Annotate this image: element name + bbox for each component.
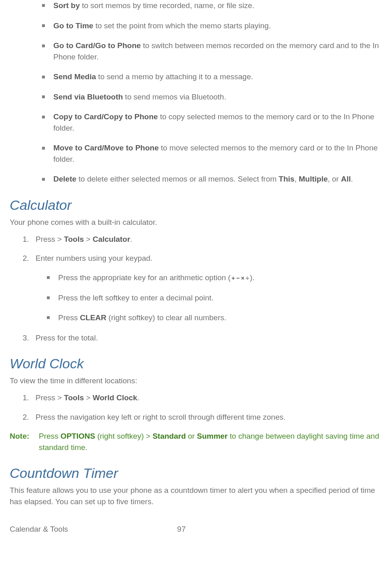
option-name: Sort by	[53, 1, 80, 10]
footer-section-title: Calendar & Tools	[10, 524, 68, 535]
list-item: Go to Time to set the point from which t…	[42, 20, 382, 32]
text: Press	[39, 432, 61, 440]
option-name: Move to Card/Move to Phone	[53, 144, 159, 152]
text: .	[130, 235, 132, 243]
option-desc: to send memos via Bluetooth.	[123, 93, 226, 101]
heading-countdown-timer: Countdown Timer	[10, 463, 382, 483]
note-block: Note: Press OPTIONS (right softkey) > St…	[10, 431, 382, 453]
text: (right softkey) >	[95, 432, 152, 440]
list-item: Move to Card/Move to Phone to move selec…	[42, 142, 382, 165]
bold-text: Multiple	[299, 175, 328, 183]
list-item: Press the appropriate key for an arithme…	[47, 272, 382, 283]
divide-icon: ÷	[246, 275, 249, 281]
world-clock-intro: To view the time in different locations:	[10, 375, 382, 387]
option-name: Go to Time	[53, 21, 93, 30]
step: Enter numbers using your keypad. Press t…	[23, 253, 382, 323]
list-item: Sort by to sort memos by time recorded, …	[42, 0, 382, 11]
bold-text: Standard	[152, 432, 185, 440]
bold-text: Tools	[64, 235, 84, 243]
text: Press the left softkey to enter a decima…	[58, 294, 213, 302]
page-footer: Calendar & Tools 97	[10, 524, 382, 535]
text: Enter numbers using your keypad.	[36, 254, 152, 262]
list-item: Press the left softkey to enter a decima…	[47, 292, 382, 304]
bold-text: This	[279, 175, 295, 183]
text: .	[137, 393, 139, 402]
text: ,	[295, 175, 299, 183]
option-name: Go to Card/Go to Phone	[53, 41, 141, 50]
option-name: Send via Bluetooth	[53, 93, 123, 101]
arithmetic-ops-icon: +−×÷	[231, 275, 250, 281]
list-item: Copy to Card/Copy to Phone to copy selec…	[42, 111, 382, 133]
list-item: Delete to delete either selected memos o…	[42, 173, 382, 185]
list-item: Send Media to send a memo by attaching i…	[42, 71, 382, 82]
heading-calculator: Calculator	[10, 195, 382, 215]
memo-options-list: Sort by to sort memos by time recorded, …	[42, 0, 382, 185]
option-name: Send Media	[53, 72, 96, 81]
bold-text: Summer	[197, 432, 228, 440]
bold-text: Calculator	[93, 235, 130, 243]
text: (right softkey) to clear all numbers.	[106, 313, 226, 322]
text: Press for the total.	[36, 334, 98, 342]
text: >	[84, 235, 93, 243]
text: .	[351, 175, 353, 183]
text: , or	[328, 175, 341, 183]
footer-page-number: 97	[177, 524, 185, 535]
text: Press the navigation key left or right t…	[36, 413, 286, 421]
minus-icon: −	[236, 275, 240, 281]
calculator-substeps: Press the appropriate key for an arithme…	[47, 272, 382, 323]
text: or	[186, 432, 197, 440]
bold-text: CLEAR	[80, 313, 106, 322]
heading-world-clock: World Clock	[10, 354, 382, 374]
step: Press > Tools > World Clock.	[23, 392, 382, 404]
multiply-icon: ×	[241, 275, 244, 281]
step: Press > Tools > Calculator.	[23, 234, 382, 245]
note-body: Press OPTIONS (right softkey) > Standard…	[39, 431, 382, 453]
text: Press the appropriate key for an arithme…	[58, 273, 231, 282]
option-desc: to send a memo by attaching it to a mess…	[96, 72, 253, 81]
text: ).	[250, 273, 255, 282]
list-item: Press CLEAR (right softkey) to clear all…	[47, 312, 382, 323]
text: Press >	[36, 235, 64, 243]
text: to delete either selected memos or all m…	[76, 175, 279, 183]
bold-text: Tools	[64, 393, 84, 402]
bold-text: OPTIONS	[61, 432, 95, 440]
option-desc: to sort memos by time recorded, name, or…	[80, 1, 254, 10]
page: Sort by to sort memos by time recorded, …	[0, 0, 392, 543]
option-name: Delete	[53, 175, 76, 183]
text: Press >	[36, 393, 64, 402]
countdown-timer-intro: This feature allows you to use your phon…	[10, 485, 382, 507]
world-clock-steps: Press > Tools > World Clock. Press the n…	[23, 392, 382, 423]
note-label: Note:	[10, 431, 33, 453]
option-desc: to set the point from which the memo sta…	[93, 21, 271, 30]
bold-text: All	[341, 175, 351, 183]
option-name: Copy to Card/Copy to Phone	[53, 112, 158, 121]
list-item: Send via Bluetooth to send memos via Blu…	[42, 91, 382, 103]
list-item: Go to Card/Go to Phone to switch between…	[42, 40, 382, 62]
bold-text: World Clock	[93, 393, 137, 402]
text: >	[84, 393, 93, 402]
step: Press the navigation key left or right t…	[23, 412, 382, 423]
calculator-steps: Press > Tools > Calculator. Enter number…	[23, 234, 382, 343]
calculator-intro: Your phone comes with a built-in calcula…	[10, 217, 382, 228]
text: Press	[58, 313, 80, 322]
plus-icon: +	[232, 275, 235, 281]
step: Press for the total.	[23, 332, 382, 344]
